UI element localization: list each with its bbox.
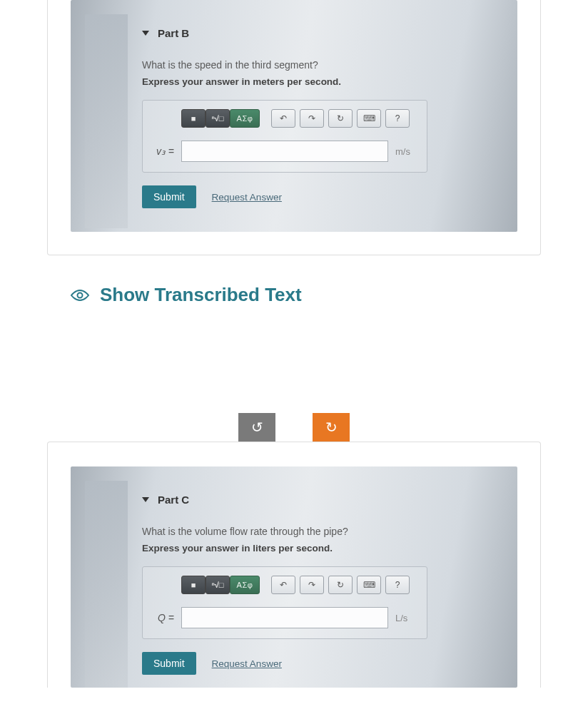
show-transcribed-toggle[interactable]: Show Transcribed Text bbox=[70, 284, 588, 306]
part-c-instruction: Express your answer in liters per second… bbox=[142, 543, 503, 554]
unit-label-c: L/s bbox=[395, 613, 417, 623]
submit-button-c[interactable]: Submit bbox=[142, 652, 196, 675]
part-c-header[interactable]: Part C bbox=[142, 494, 503, 506]
radical-button[interactable]: ⁿ√□ bbox=[206, 576, 230, 594]
rotate-left-button[interactable]: ↺ bbox=[238, 413, 275, 442]
redo-button[interactable]: ↷ bbox=[300, 576, 324, 594]
help-button[interactable]: ? bbox=[385, 109, 410, 128]
reset-button[interactable]: ↻ bbox=[328, 109, 353, 128]
unit-label-b: m/s bbox=[395, 146, 417, 157]
eye-icon bbox=[70, 288, 90, 302]
caret-down-icon bbox=[142, 497, 149, 502]
answer-toolbar-b: ■ ⁿ√□ ΑΣφ ↶ ↷ ↻ ⌨ ? bbox=[181, 109, 417, 128]
part-b-instruction: Express your answer in meters per second… bbox=[142, 76, 503, 87]
variable-label-c: Q = bbox=[153, 612, 174, 623]
greek-button[interactable]: ΑΣφ bbox=[230, 576, 260, 594]
greek-button[interactable]: ΑΣφ bbox=[230, 109, 260, 128]
left-panel-stub bbox=[85, 14, 128, 228]
show-transcribed-label: Show Transcribed Text bbox=[100, 284, 302, 306]
svg-point-0 bbox=[78, 292, 83, 297]
variable-label-b: v₃ = bbox=[153, 146, 174, 157]
keyboard-button[interactable]: ⌨ bbox=[357, 576, 381, 594]
caret-down-icon bbox=[142, 31, 149, 36]
help-button[interactable]: ? bbox=[385, 576, 410, 594]
part-b-title: Part B bbox=[158, 27, 189, 39]
part-c-question: What is the volume flow rate through the… bbox=[142, 526, 503, 537]
answer-input-b[interactable] bbox=[181, 141, 388, 162]
part-b-question: What is the speed in the third segment? bbox=[142, 59, 503, 71]
radical-button[interactable]: ⁿ√□ bbox=[206, 109, 230, 128]
template-button[interactable]: ■ bbox=[181, 109, 206, 128]
answer-box-c: ■ ⁿ√□ ΑΣφ ↶ ↷ ↻ ⌨ ? Q = L/s bbox=[142, 566, 427, 639]
rotate-controls: ↺ ↻ bbox=[0, 413, 588, 442]
template-button[interactable]: ■ bbox=[181, 576, 206, 594]
rotate-right-button[interactable]: ↻ bbox=[313, 413, 350, 442]
submit-button-b[interactable]: Submit bbox=[142, 185, 196, 208]
screenshot-part-c: Part C What is the volume flow rate thro… bbox=[71, 466, 517, 688]
undo-button[interactable]: ↶ bbox=[271, 576, 295, 594]
part-b-header[interactable]: Part B bbox=[142, 27, 503, 39]
answer-toolbar-c: ■ ⁿ√□ ΑΣφ ↶ ↷ ↻ ⌨ ? bbox=[181, 576, 417, 594]
request-answer-link-b[interactable]: Request Answer bbox=[212, 192, 282, 203]
part-c-title: Part C bbox=[158, 494, 189, 506]
redo-button[interactable]: ↷ bbox=[300, 109, 324, 128]
keyboard-button[interactable]: ⌨ bbox=[357, 109, 381, 128]
reset-button[interactable]: ↻ bbox=[328, 576, 353, 594]
answer-input-c[interactable] bbox=[181, 607, 388, 628]
request-answer-link-c[interactable]: Request Answer bbox=[212, 658, 282, 669]
left-panel-stub bbox=[85, 481, 128, 688]
screenshot-part-b: Part B What is the speed in the third se… bbox=[71, 0, 517, 232]
undo-button[interactable]: ↶ bbox=[271, 109, 295, 128]
answer-box-b: ■ ⁿ√□ ΑΣφ ↶ ↷ ↻ ⌨ ? v₃ = m/s bbox=[142, 100, 427, 173]
